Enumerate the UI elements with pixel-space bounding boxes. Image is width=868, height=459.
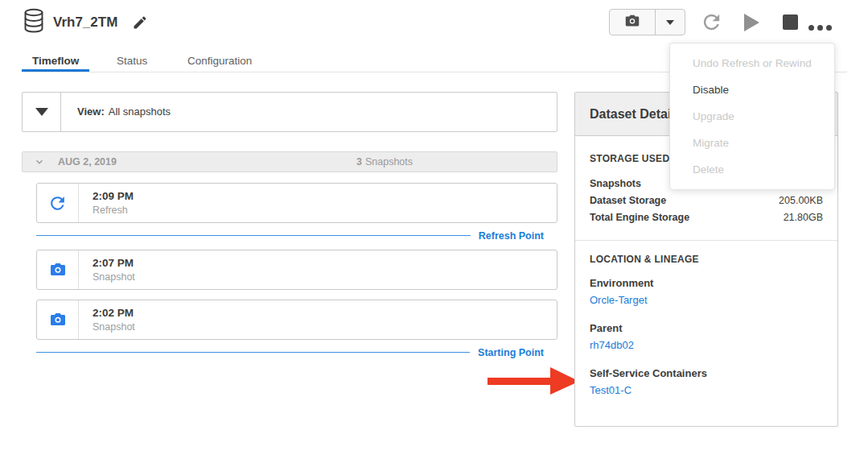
location-lineage-heading: LOCATION & LINEAGE [590, 254, 823, 265]
parent-group: Parent rh74db02 [590, 320, 823, 354]
chevron-down-icon [34, 156, 45, 171]
snapshot-time: 2:07 PM [93, 257, 135, 269]
date-group-header[interactable]: AUG 2, 2019 3Snapshots [22, 151, 557, 172]
refresh-button[interactable] [700, 10, 723, 37]
date-group-label: AUG 2, 2019 [58, 152, 117, 172]
stop-button[interactable] [783, 14, 798, 30]
parent-label: Parent [590, 320, 823, 337]
database-icon [22, 8, 46, 37]
storage-row-dataset-storage: Dataset Storage 205.00KB [590, 192, 823, 209]
snapshot-type: Refresh [93, 205, 134, 216]
dataset-page: Vrh7_2TM Timeflow Status [0, 0, 868, 459]
camera-icon [37, 250, 79, 289]
snapshot-row[interactable]: 2:02 PM Snapshot [36, 300, 557, 340]
storage-row-total-engine-storage: Total Engine Storage 21.80GB [590, 209, 823, 226]
refresh-point-marker: Refresh Point [36, 229, 544, 242]
view-selector[interactable]: View:All snapshots [22, 92, 557, 132]
snapshot-button[interactable] [610, 10, 656, 35]
self-service-container-link[interactable]: Test01-C [590, 382, 631, 399]
refresh-point-label: Refresh Point [479, 230, 544, 242]
tab-configuration[interactable]: Configuration [187, 55, 252, 67]
edit-title-icon[interactable] [132, 14, 148, 34]
environment-link[interactable]: Orcle-Target [590, 292, 648, 308]
marker-line [36, 235, 471, 236]
starting-point-label: Starting Point [478, 347, 544, 358]
triangle-down-icon [35, 108, 48, 116]
parent-link[interactable]: rh74db02 [590, 337, 634, 354]
menu-item-migrate: Migrate [670, 130, 834, 156]
marker-line [36, 352, 470, 353]
chevron-down-icon [666, 20, 674, 25]
tab-status[interactable]: Status [117, 55, 147, 67]
starting-point-marker: Starting Point [36, 346, 544, 358]
snapshot-time: 2:09 PM [93, 190, 134, 202]
page-title: Vrh7_2TM [53, 14, 117, 31]
annotation-arrow-icon [487, 367, 579, 398]
actions-dropdown-menu: Undo Refresh or Rewind Disable Upgrade M… [669, 43, 835, 190]
snapshot-options-button[interactable] [656, 10, 685, 35]
view-value: All snapshots [109, 105, 171, 118]
self-service-containers-label: Self-Service Containers [590, 365, 823, 382]
tab-timeflow[interactable]: Timeflow [32, 55, 79, 67]
camera-icon [623, 12, 641, 33]
snapshot-type: Snapshot [93, 321, 135, 333]
refresh-icon [37, 184, 79, 222]
snapshot-count: 3Snapshots [356, 152, 413, 172]
self-service-containers-group: Self-Service Containers Test01-C [590, 365, 823, 399]
menu-item-undo-refresh-or-rewind: Undo Refresh or Rewind [670, 50, 834, 76]
panel-divider [575, 240, 837, 241]
more-actions-button[interactable] [808, 19, 832, 34]
snapshot-row[interactable]: 2:07 PM Snapshot [36, 250, 557, 290]
menu-item-upgrade: Upgrade [670, 103, 834, 130]
snapshot-split-button[interactable] [609, 9, 685, 35]
menu-item-delete: Delete [670, 156, 834, 183]
menu-item-disable[interactable]: Disable [670, 76, 834, 103]
environment-group: Environment Orcle-Target [590, 275, 823, 308]
snapshot-type: Snapshot [93, 271, 135, 283]
environment-label: Environment [590, 275, 823, 292]
view-label: View: [77, 105, 105, 118]
view-selector-caret[interactable] [23, 93, 61, 131]
camera-icon [37, 300, 79, 339]
ellipsis-icon [808, 25, 814, 31]
snapshot-row[interactable]: 2:09 PM Refresh [36, 183, 557, 223]
snapshot-time: 2:02 PM [93, 307, 135, 319]
view-selector-value: View:All snapshots [61, 93, 171, 131]
start-button[interactable] [744, 14, 759, 31]
